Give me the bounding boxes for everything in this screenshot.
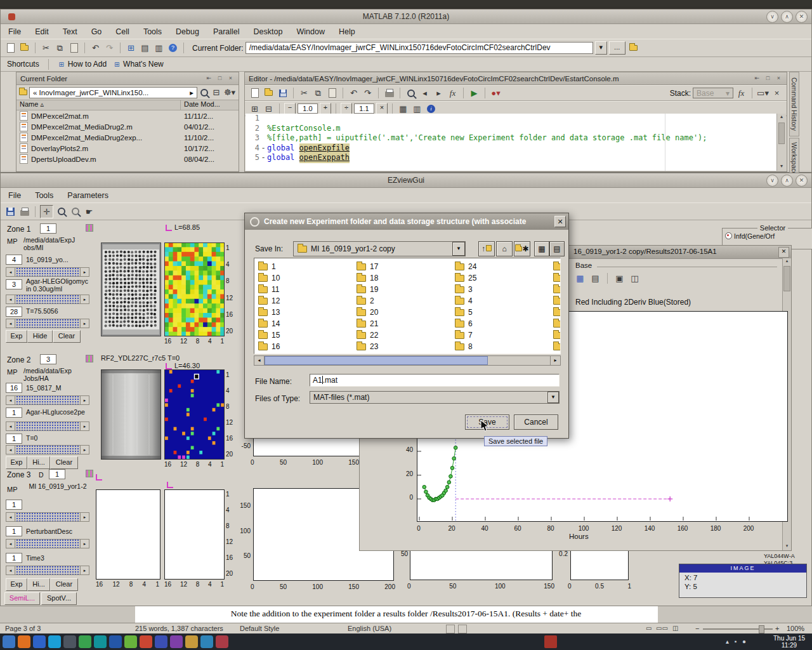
taskbar-active-app-icon[interactable] [544,635,557,648]
file-row[interactable]: DpertsUploadDev.m08/04/2... [16,154,239,164]
zone3-row2-field[interactable]: 1 [6,526,22,536]
system-tray-icons[interactable]: ▴ ▪ ● [726,638,748,645]
taskbar-app-icon[interactable] [200,635,213,648]
copy-button[interactable]: ⧉ [312,87,324,99]
print-button[interactable] [383,87,395,99]
fx-icon[interactable]: fx [735,87,747,99]
help-button[interactable]: ? [167,42,179,54]
close-icon[interactable]: ✕ [554,216,566,227]
clock[interactable]: Thu Jun 15 11:29 [769,635,809,649]
folder-item[interactable]: 23 [357,342,378,352]
folder-item[interactable]: 17 [357,262,378,272]
stack-dropdown[interactable]: Base▾ [693,88,733,98]
guide-button[interactable]: ▤ [139,42,151,54]
zoom-level[interactable]: 100% [787,625,804,632]
taskbar-app-icon[interactable] [109,635,122,648]
shortcut-how-to-add[interactable]: ⊞How to Add [58,60,107,69]
editor-panel-header[interactable]: Editor - /media/data/EASY/InovImager_jwr… [245,72,787,85]
menu-item-edit[interactable]: Edit [35,27,49,36]
function-browser-icon[interactable]: fx [447,87,459,99]
detail-view-button[interactable]: ▤ [549,241,565,256]
taskbar-app-icon[interactable] [33,635,46,648]
file-type-dropdown[interactable]: MAT-files (*.mat) ▼ [310,391,560,404]
gear-icon[interactable]: ☸▾ [223,86,236,98]
folder-item[interactable] [553,262,561,272]
menu-item-go[interactable]: Go [91,27,102,36]
taskbar-app-icon[interactable] [140,635,152,648]
folder-item[interactable]: 10 [258,273,280,283]
zone3-plot-right[interactable] [164,489,225,580]
dock-icon[interactable]: ⇤ [753,74,761,83]
paste-button[interactable] [68,42,80,54]
ezviewgui-titlebar[interactable]: EZviewGui ∨ ∧ ✕ [1,173,811,188]
save-button[interactable] [4,206,16,218]
save-in-dropdown[interactable]: MI 16_0919_yor1-2 copy ▼ [293,241,466,256]
undock-icon[interactable]: □ [216,74,224,83]
tab-command-history[interactable]: Command History [789,72,799,136]
folder-item[interactable]: 18 [357,273,378,283]
zone1-exp-button[interactable]: Exp [6,330,27,343]
browse-folder-button[interactable]: ... [609,41,625,55]
file-table-header[interactable]: Name ▵ Date Mod... [16,100,239,110]
taskbar-app-icon[interactable] [170,635,183,648]
menu-item-tools[interactable]: Tools [143,27,162,36]
taskbar-app-icon[interactable] [63,635,76,648]
insert-cell-icon[interactable]: ⊞ [249,103,261,115]
menu-item-help[interactable]: Help [339,27,355,36]
folder-item[interactable]: 7 [455,330,473,340]
zone3-slider-1[interactable]: ◂▸ [6,512,89,522]
page-count[interactable]: Page 3 of 3 [5,625,41,632]
book-view-icon[interactable]: ◫ [672,625,678,632]
folder-item[interactable]: 14 [258,319,280,329]
zone1-row2-field[interactable]: 3 [6,279,22,289]
paste-button[interactable] [326,87,338,99]
desktop-button[interactable]: ⌂ [496,241,513,256]
zone3-plot-left[interactable] [96,489,160,580]
menu-item-desktop[interactable]: Desktop [254,27,283,36]
zone2-hide-button[interactable]: Hi... [27,456,50,469]
folder-item[interactable]: 3 [455,284,473,295]
zone1-row1-field[interactable]: 4 [6,255,22,265]
folder-item[interactable]: 1 [258,262,276,272]
folder-item[interactable]: 22 [357,330,378,340]
zone2-grid-icon[interactable] [86,355,93,362]
undo-button[interactable]: ↶ [89,42,102,54]
list-icon[interactable]: ▤ [589,272,601,284]
zone3-row3-field[interactable]: 1 [6,553,22,563]
save-dialog-titlebar[interactable]: Create new Experiment folder and data st… [245,213,568,230]
increment-value-field[interactable]: 1.0 [298,103,318,114]
folder-item[interactable] [553,307,561,317]
zoom-out-icon[interactable]: − [695,625,699,632]
single-page-view-icon[interactable]: ▭ [646,625,652,632]
run-button[interactable]: ▶ [468,87,480,99]
redo-button[interactable]: ↷ [362,87,374,99]
back-button[interactable]: ◂ [419,87,431,99]
folder-item[interactable]: 13 [258,307,280,317]
insert-mode-icon[interactable] [446,625,455,633]
zone1-value-field[interactable]: 1 [40,223,56,234]
paragraph-style[interactable]: Default Style [240,625,279,632]
simulink-button[interactable]: ⊞ [125,42,137,54]
zone3-value-field[interactable]: 1 [49,469,65,479]
image-tool-titlebar[interactable]: IMAGE [679,564,806,573]
menu-item-parallel[interactable]: Parallel [213,27,240,36]
multi-page-view-icon[interactable]: ▭▭ [656,625,668,632]
menu-item-text[interactable]: Text [63,27,77,36]
chevron-down-icon[interactable]: ▼ [452,242,465,256]
taskbar-app-icon[interactable] [185,635,198,648]
selection-mode-icon[interactable] [458,625,467,633]
zone3-row1-field[interactable]: 1 [6,500,22,510]
grid-view-button[interactable]: ▦ [534,241,549,256]
current-folder-panel-header[interactable]: Current Folder ⇤ □ × [16,72,239,85]
taskbar-app-icon[interactable] [79,635,91,648]
taskbar-app-icon[interactable] [3,635,15,648]
decrement-button[interactable]: − [284,103,296,114]
table-icon[interactable]: ▦ [574,272,586,284]
shade-button[interactable]: ∨ [766,175,778,187]
path-dropdown-button[interactable]: ▾ [595,41,607,55]
menu-item-parameters[interactable]: Parameters [67,191,108,200]
zone2-value-field[interactable]: 3 [40,354,56,364]
file-row[interactable]: DoverlayPlots2.m10/17/2... [16,143,239,154]
semilog-button[interactable]: SemiL... [4,592,40,605]
folder-item[interactable] [553,330,561,340]
